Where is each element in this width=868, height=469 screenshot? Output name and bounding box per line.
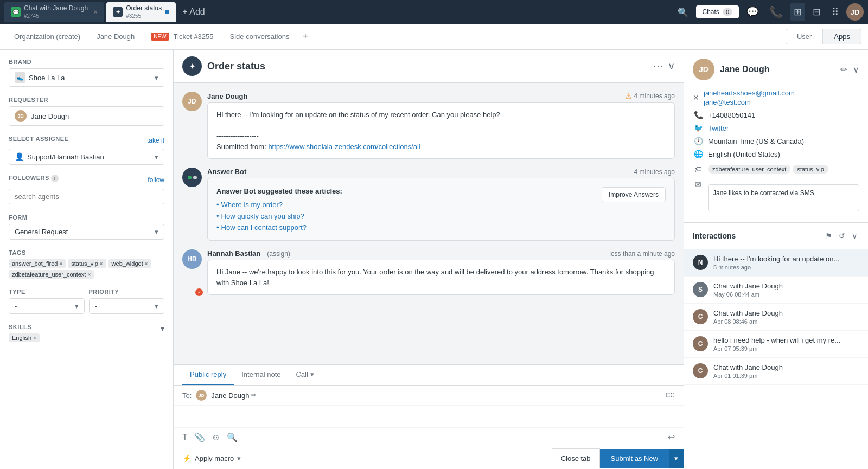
submitted-from-link[interactable]: https://www.shoelala-zendesk.com/collect… [268,143,420,151]
warning-icon: ⚠ [625,92,632,100]
chats-button[interactable]: Chats 0 [696,5,739,18]
assign-link[interactable]: (assign) [267,250,290,258]
nav-apps-tab[interactable]: Apps [822,29,861,44]
chat-tab[interactable]: 💬 Chat with Jane Dough#2745 × [4,2,104,22]
tag-remove-english[interactable]: × [33,335,36,341]
interactions-header: Interactions ⚑ ↺ ∨ [684,223,868,249]
ticket-collapse-button[interactable]: ∨ [668,60,675,72]
nav-tab-ticket[interactable]: NEW Ticket #3255 [143,29,221,44]
search-kb-icon[interactable]: 🔍 [227,432,238,442]
tags-icon: 🏷 [693,165,704,174]
close-tab-button[interactable]: Close tab [552,448,600,468]
customer-author: Jane Dough [207,92,247,100]
global-search-button[interactable]: 🔍 [674,4,692,21]
interaction-item-5[interactable]: C Chat with Jane Dough Apr 01 01:39 pm [684,358,868,385]
tag-remove-answer-bot[interactable]: × [59,261,62,267]
form-section: Form General Request ▾ [9,214,164,240]
agent-message: HB ✓ Hannah Bastian (assign) less than a… [182,249,675,295]
more-options-icon[interactable]: ↩ [668,432,675,442]
skills-chevron-icon: ▾ [161,324,164,333]
reply-to-name: Jane Dough ✏ [211,391,257,400]
chat-icon-button[interactable]: 💬 [743,3,762,21]
contact-close-row: ✕ janeheartsshoes@gmail.com jane@test.co… [693,87,859,108]
apps-grid-button[interactable]: ⠿ [828,3,842,21]
submit-chevron-button[interactable]: ▾ [669,449,684,468]
text-format-icon[interactable]: T [182,433,188,442]
bot-links-list: Where is my order? How quickly can you s… [216,201,602,232]
contact-email1[interactable]: janeheartsshoes@gmail.com [704,89,795,97]
nav-tab-side[interactable]: Side conversations [222,29,297,44]
brand-label: Brand [9,59,164,65]
tags-label: Tags [9,249,164,256]
internal-note-tab[interactable]: Internal note [234,365,288,385]
nav-tab-org[interactable]: Organization (create) [7,29,88,44]
interaction-content-3: Chat with Jane Dough Apr 08 08:46 am [713,309,859,325]
call-tab[interactable]: Call ▾ [288,365,321,385]
apply-macro-select[interactable]: ⚡ Apply macro ▾ [174,447,552,469]
ticket-icon: ✦ [182,56,202,76]
follow-link[interactable]: follow [148,176,164,184]
form-label: Form [9,214,164,221]
phone-button[interactable]: 📞 [766,2,786,22]
collapse-interactions-button[interactable]: ∨ [850,229,859,242]
bot-link-2[interactable]: How quickly can you ship? [216,212,602,220]
nav-user-tab[interactable]: User [786,29,822,44]
public-reply-tab[interactable]: Public reply [182,365,234,385]
skill-english: English × [9,333,40,342]
attachment-icon[interactable]: 📎 [194,432,205,442]
customer-message-body: Hi there -- I'm looking for an update on… [207,102,675,159]
bot-link-3[interactable]: How can I contact support? [216,223,602,232]
reply-input-area[interactable] [174,406,684,427]
interaction-item-3[interactable]: C Chat with Jane Dough Apr 08 08:46 am [684,304,868,331]
edit-recipient-icon[interactable]: ✏ [251,391,257,399]
contact-tag-1: zdbetafeature_user_context [708,165,790,174]
priority-select[interactable]: - ▾ [89,298,165,314]
user-avatar[interactable]: JD [846,3,864,21]
emoji-icon[interactable]: ☺ [212,433,220,442]
order-tab[interactable]: ✦ Order status#3255 [106,2,176,22]
form-select[interactable]: General Request ▾ [9,224,164,240]
interaction-content-4: hello i need help - when will i get my r… [713,336,859,352]
call-chevron-icon: ▾ [310,370,314,378]
tag-remove-zdbetafeature[interactable]: × [87,272,91,278]
close-email-icon[interactable]: ✕ [693,93,699,102]
refresh-interactions-button[interactable]: ↺ [837,229,847,242]
improve-answers-button[interactable]: Improve Answers [602,187,666,202]
interaction-title-5: Chat with Jane Dough [713,363,859,371]
tag-remove-status-vip[interactable]: × [100,261,103,267]
add-tab-button[interactable]: + Add [178,5,209,19]
layout-icon-button[interactable]: ⊟ [809,3,824,21]
bot-link-1[interactable]: Where is my order? [216,201,602,209]
agent-message-time: less than a minute ago [609,250,675,258]
cc-button[interactable]: CC [666,391,675,399]
filter-interactions-button[interactable]: ⚑ [823,229,834,242]
ticket-menu-button[interactable]: ⋯ [653,60,663,73]
form-chevron-icon: ▾ [155,228,158,236]
interaction-content-1: Hi there -- I'm looking for an update on… [713,255,859,271]
assignee-select[interactable]: 👤 Support/Hannah Bastian ▾ [9,149,164,165]
edit-contact-button[interactable]: ✏ [840,65,847,75]
customer-message-header: Jane Dough ⚠ 4 minutes ago [207,92,675,100]
interaction-item-2[interactable]: S Chat with Jane Dough May 06 08:44 am [684,277,868,304]
contact-email2[interactable]: jane@test.com [704,98,795,106]
collapse-contact-button[interactable]: ∨ [853,65,859,75]
interaction-item-1[interactable]: N Hi there -- I'm looking for an update … [684,249,868,277]
brand-select[interactable]: 👟 Shoe La La ▾ [9,68,164,87]
interaction-time-3: Apr 08 08:46 am [713,318,859,325]
skills-section: Skills ▾ English × [9,324,164,342]
type-select[interactable]: - ▾ [9,298,85,314]
interaction-item-4[interactable]: C hello i need help - when will i get my… [684,331,868,358]
contact-note[interactable]: Jane likes to be contacted via SMS [708,184,859,211]
contact-twitter[interactable]: Twitter [708,124,729,132]
requester-box[interactable]: JD Jane Dough [9,106,164,126]
nav-tab-jane[interactable]: Jane Dough [89,29,142,44]
take-it-link[interactable]: take it [147,137,164,144]
tag-remove-web-widget[interactable]: × [145,261,148,267]
globe-icon: 🌐 [693,150,704,158]
search-agents-input[interactable] [9,189,164,204]
type-label: Type [9,288,85,295]
chat-tab-close[interactable]: × [93,8,98,16]
nav-add-button[interactable]: + [298,29,312,44]
submit-as-new-button[interactable]: Submit as New [600,449,669,468]
grid-icon-button[interactable]: ⊞ [790,3,805,21]
